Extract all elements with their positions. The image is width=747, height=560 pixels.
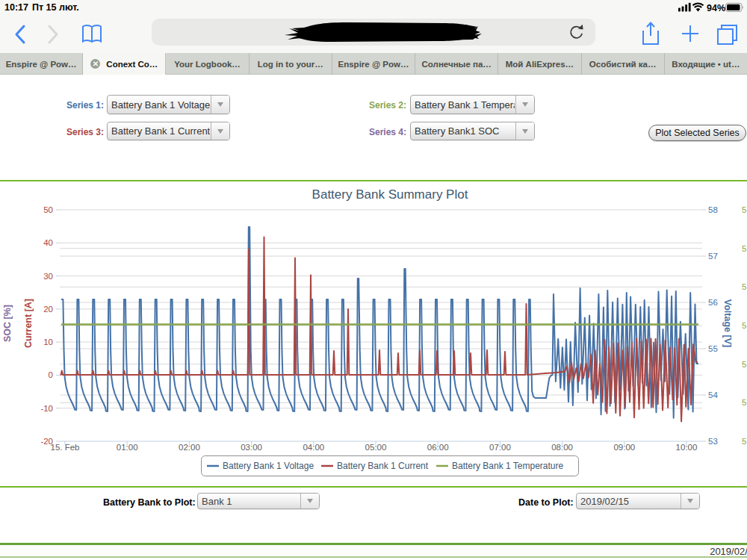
svg-text:SOC [%]: SOC [%]: [2, 305, 13, 342]
svg-text:07:00: 07:00: [489, 443, 511, 452]
svg-text:53: 53: [708, 437, 718, 446]
svg-text:01:00: 01:00: [117, 443, 138, 452]
svg-text:54: 54: [708, 391, 718, 399]
svg-text:5: 5: [742, 244, 746, 253]
svg-text:04:00: 04:00: [303, 443, 324, 452]
svg-text:Battery Bank Summary Plot: Battery Bank Summary Plot: [312, 187, 468, 202]
svg-text:56: 56: [708, 298, 718, 307]
svg-text:30: 30: [43, 272, 53, 281]
svg-text:Battery Bank 1 Voltage: Battery Bank 1 Voltage: [223, 461, 314, 471]
svg-text:58: 58: [708, 205, 718, 214]
svg-text:Battery Bank 1 Temperature: Battery Bank 1 Temperature: [452, 461, 564, 471]
svg-text:5: 5: [742, 282, 746, 291]
svg-text:40: 40: [43, 238, 53, 247]
svg-text:03:00: 03:00: [241, 443, 262, 452]
svg-text:5: 5: [742, 321, 746, 330]
svg-text:5: 5: [742, 205, 746, 214]
svg-text:Battery Bank 1 Current: Battery Bank 1 Current: [337, 461, 429, 471]
svg-text:20: 20: [43, 305, 53, 314]
svg-text:-10: -10: [40, 404, 53, 413]
svg-text:10:00: 10:00: [676, 443, 698, 452]
svg-text:94%: 94%: [707, 3, 725, 13]
svg-text:50: 50: [43, 205, 53, 214]
svg-text:0: 0: [49, 370, 53, 379]
svg-text:5: 5: [742, 360, 746, 369]
svg-text:10: 10: [43, 337, 53, 346]
svg-text:5: 5: [742, 437, 746, 446]
svg-text:05:00: 05:00: [365, 443, 387, 452]
svg-text:02:00: 02:00: [179, 443, 200, 452]
svg-text:08:00: 08:00: [551, 443, 573, 452]
svg-text:06:00: 06:00: [427, 443, 449, 452]
svg-text:55: 55: [708, 344, 718, 353]
svg-text:5: 5: [742, 398, 746, 407]
svg-text:09:00: 09:00: [613, 443, 635, 452]
svg-text:Current [A]: Current [A]: [23, 299, 34, 348]
svg-text:57: 57: [708, 252, 718, 261]
svg-text:Voltage [V]: Voltage [V]: [722, 299, 733, 347]
svg-text:15. Feb: 15. Feb: [51, 443, 80, 452]
